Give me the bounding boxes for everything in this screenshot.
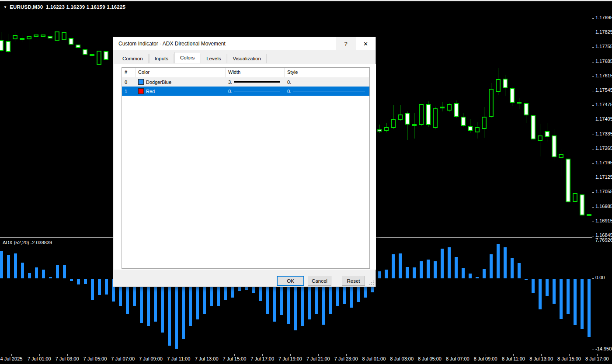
candle: [475, 127, 480, 132]
candle: [538, 135, 542, 141]
price-axis-tick: [592, 76, 594, 77]
symbol-ohlc-header: ▼EURUSD,M30 1.16223 1.16239 1.16159 1.16…: [3, 4, 125, 10]
candle-wick: [519, 98, 520, 109]
tab-common[interactable]: Common: [117, 54, 149, 63]
candle-wick: [561, 149, 562, 176]
histogram-bar: [560, 279, 563, 319]
width-line-sample: [234, 91, 280, 91]
candle: [552, 135, 556, 157]
style-cell[interactable]: 0.: [285, 77, 369, 87]
histogram-bar: [392, 254, 395, 278]
dialog-titlebar[interactable]: Custom Indicator - ADX Directional Movem…: [113, 37, 376, 50]
tab-levels[interactable]: Levels: [201, 54, 226, 63]
histogram-bar: [28, 273, 31, 278]
time-axis-label: 8 Jul 03:00: [390, 356, 414, 361]
dialog-button-row: OKCancelReset: [113, 269, 376, 288]
candle: [517, 102, 522, 104]
candle: [426, 104, 431, 125]
style-value: 0.: [287, 89, 291, 94]
tab-inputs[interactable]: Inputs: [149, 54, 174, 63]
histogram-bar: [35, 267, 38, 278]
histogram-bar: [77, 279, 80, 284]
table-row[interactable]: 1Red0.0.: [122, 87, 369, 96]
histogram-bar: [175, 279, 178, 349]
price-axis-tick: [592, 47, 594, 48]
candle: [496, 79, 501, 91]
close-icon[interactable]: ✕: [356, 37, 376, 50]
cancel-button[interactable]: Cancel: [308, 276, 331, 286]
price-axis-tick: [592, 18, 594, 19]
column-header-width[interactable]: Width: [226, 68, 285, 77]
histogram-bar: [497, 244, 500, 278]
histogram-bar: [7, 255, 10, 278]
time-axis[interactable]: 4 Jul 20257 Jul 01:007 Jul 03:007 Jul 05…: [0, 354, 612, 364]
width-value: 3.: [228, 80, 232, 85]
indicator-axis-tick: [592, 241, 594, 241]
candle: [447, 104, 452, 111]
histogram-bar: [581, 279, 584, 329]
time-axis-tick: [123, 354, 123, 356]
candle: [461, 117, 466, 126]
style-cell[interactable]: 0.: [285, 87, 369, 96]
table-row[interactable]: 0DodgerBlue3.0.: [122, 77, 369, 87]
help-button[interactable]: ?: [336, 37, 356, 50]
histogram-bar: [49, 277, 52, 278]
histogram-bar: [0, 251, 3, 278]
tab-visualization[interactable]: Visualization: [227, 54, 266, 63]
candle: [20, 38, 24, 40]
price-axis-label: 1.17335: [595, 131, 612, 136]
candle: [559, 154, 563, 158]
candle: [580, 194, 584, 215]
colors-tab-page: #ColorWidthStyle 0DodgerBlue3.0.1Red0.0.: [114, 64, 376, 270]
price-axis-tick: [592, 163, 594, 164]
candle: [62, 32, 66, 40]
price-axis-tick: [592, 62, 594, 62]
histogram-bar: [448, 247, 451, 278]
price-axis-label: 1.17405: [595, 116, 612, 121]
price-axis-label: 1.17615: [595, 73, 612, 78]
color-swatch[interactable]: [138, 79, 144, 85]
color-swatch[interactable]: [138, 88, 144, 94]
time-axis-tick: [67, 354, 68, 356]
resize-grip[interactable]: [369, 281, 375, 286]
price-axis[interactable]: 1.178951.178251.177551.176851.176151.175…: [592, 1, 612, 354]
histogram-bar: [553, 279, 556, 304]
ohlc-values: 1.16223 1.16239 1.16159 1.16225: [46, 4, 125, 10]
histogram-bar: [70, 279, 73, 281]
time-axis-tick: [262, 354, 263, 356]
indicator-axis-label: 7.769265: [595, 237, 612, 243]
column-header-style[interactable]: Style: [285, 68, 369, 77]
time-axis-label: 7 Jul 21:00: [306, 356, 330, 361]
width-cell[interactable]: 0.: [226, 87, 285, 96]
column-header-color[interactable]: Color: [136, 68, 226, 77]
histogram-bar: [91, 279, 94, 300]
histogram-bar: [490, 254, 493, 278]
histogram-bar: [84, 279, 87, 284]
candle: [90, 54, 94, 56]
candle: [27, 36, 31, 39]
style-line-sample: [293, 82, 365, 82]
time-axis-tick: [513, 354, 514, 356]
ok-button[interactable]: OK: [277, 276, 304, 286]
histogram-bar: [525, 279, 528, 280]
histogram-bar: [567, 279, 570, 314]
candle: [412, 124, 417, 126]
width-cell[interactable]: 3.: [226, 77, 285, 87]
price-axis-tick: [592, 207, 594, 208]
time-axis-tick: [151, 354, 151, 356]
price-axis-tick: [592, 236, 594, 236]
histogram-bar: [539, 279, 542, 309]
column-header-num[interactable]: #: [122, 68, 136, 77]
histogram-bar: [546, 279, 549, 296]
time-axis-tick: [569, 354, 570, 356]
tab-colors[interactable]: Colors: [174, 52, 200, 63]
time-axis-label: 8 Jul 01:00: [362, 356, 386, 361]
histogram-bar: [399, 253, 402, 278]
reset-button[interactable]: Reset: [342, 276, 365, 286]
time-axis-tick: [597, 354, 598, 356]
candle: [41, 35, 45, 37]
price-axis-tick: [592, 149, 594, 149]
candle: [391, 119, 396, 128]
time-axis-tick: [39, 354, 40, 356]
histogram-bar: [462, 268, 465, 278]
